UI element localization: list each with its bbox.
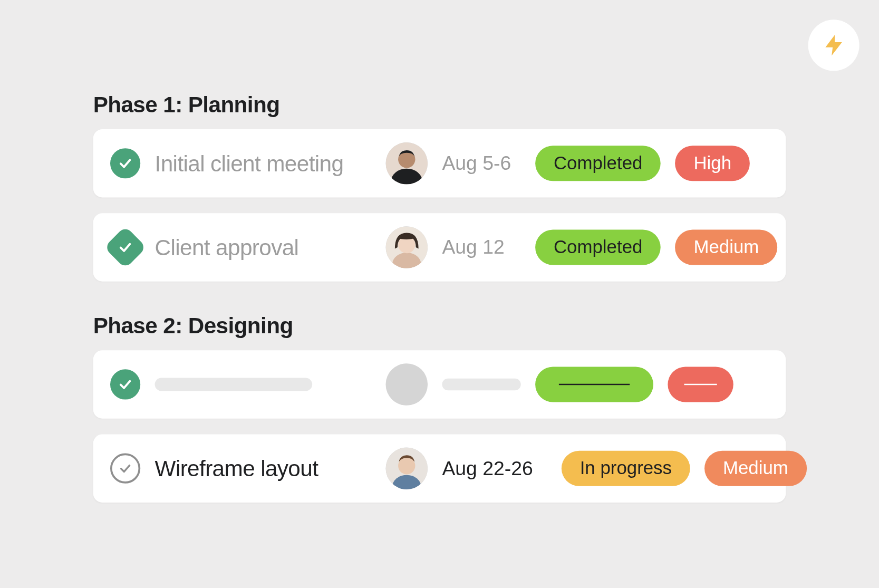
task-sections: Phase 1: Planning Initial client meeting [93, 92, 786, 503]
section-heading: Phase 2: Designing [93, 313, 786, 339]
priority-badge[interactable]: Medium [675, 229, 778, 265]
milestone-complete-checkbox[interactable] [104, 226, 147, 269]
check-icon [118, 377, 133, 392]
status-badge[interactable]: Completed [535, 146, 661, 181]
svg-point-8 [398, 457, 415, 474]
lightning-icon [821, 33, 846, 57]
task-date: Aug 5-6 [442, 152, 520, 175]
section-phase-1: Phase 1: Planning Initial client meeting [93, 92, 786, 282]
task-complete-checkbox[interactable] [110, 369, 140, 399]
task-title: Wireframe layout [155, 456, 372, 481]
task-incomplete-checkbox[interactable] [110, 454, 140, 484]
status-badge[interactable]: In progress [562, 451, 690, 486]
priority-badge[interactable]: High [675, 146, 750, 181]
task-title-placeholder [155, 378, 313, 391]
task-date: Aug 22-26 [442, 457, 547, 479]
status-badge-placeholder [535, 367, 653, 402]
assignee-avatar-placeholder [385, 363, 428, 406]
status-badge[interactable]: Completed [535, 229, 661, 265]
automation-badge[interactable] [808, 20, 859, 71]
task-date-placeholder [442, 379, 520, 390]
task-row[interactable]: Wireframe layout Aug 22-26 In progress M… [93, 435, 786, 503]
check-icon [118, 239, 133, 255]
task-title: Initial client meeting [155, 150, 372, 176]
task-row[interactable]: Client approval Aug 12 Completed Medium [93, 213, 786, 281]
assignee-avatar[interactable] [385, 226, 428, 268]
priority-badge-placeholder [668, 367, 733, 402]
check-icon [118, 461, 132, 476]
assignee-avatar[interactable] [385, 142, 428, 185]
task-row-placeholder[interactable] [93, 350, 786, 418]
assignee-avatar[interactable] [385, 447, 428, 489]
section-phase-2: Phase 2: Designing [93, 313, 786, 503]
section-heading: Phase 1: Planning [93, 92, 786, 118]
task-row[interactable]: Initial client meeting Aug 5-6 Completed… [93, 129, 786, 197]
priority-badge[interactable]: Medium [704, 451, 807, 486]
task-title: Client approval [155, 235, 372, 261]
task-date: Aug 12 [442, 236, 520, 258]
task-complete-checkbox[interactable] [110, 148, 140, 178]
check-icon [118, 156, 133, 171]
